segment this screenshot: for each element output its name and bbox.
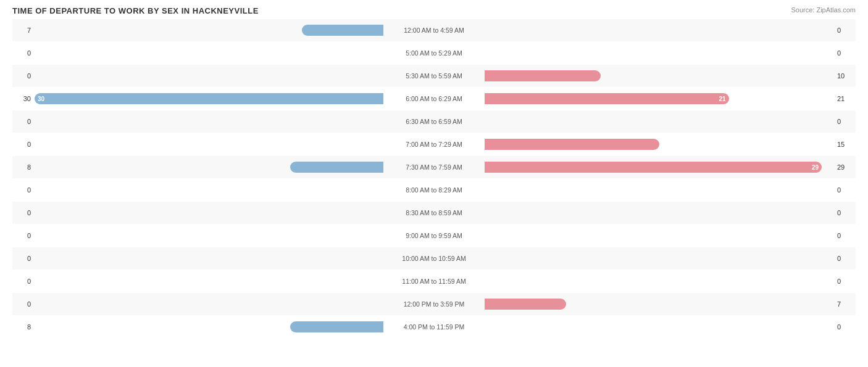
female-value: 0: [833, 323, 856, 331]
chart-row: 84:00 PM to 11:59 PM0: [12, 316, 856, 338]
chart-row: 87:30 AM to 7:59 AM2929: [12, 156, 856, 178]
female-value: 7: [833, 300, 856, 308]
male-value: 0: [12, 186, 35, 194]
chart-row: 012:00 PM to 3:59 PM7: [12, 293, 856, 315]
male-bar-label: 30: [38, 96, 44, 102]
male-bar-side: [35, 229, 385, 242]
chart-row: 09:00 AM to 9:59 AM0: [12, 225, 856, 247]
female-bar-side: [483, 183, 833, 197]
male-value: 0: [12, 49, 35, 57]
female-bar-side: [483, 138, 833, 151]
male-bar-side: [35, 160, 385, 174]
female-bar-side: [483, 297, 833, 311]
time-label: 12:00 AM to 4:59 AM: [385, 27, 483, 34]
chart-row: 05:00 AM to 5:29 AM0: [12, 42, 856, 64]
female-bar-label: 29: [812, 164, 819, 171]
source-label: Source: ZipAtlas.com: [791, 6, 856, 14]
female-bar-side: [483, 252, 833, 265]
male-value: 0: [12, 209, 35, 216]
time-label: 4:00 PM to 11:59 PM: [385, 323, 483, 331]
female-bar-side: [483, 229, 833, 242]
female-value: 10: [833, 72, 856, 80]
chart-title: TIME OF DEPARTURE TO WORK BY SEX IN HACK…: [12, 6, 856, 15]
female-value: 15: [833, 141, 856, 148]
male-bar-side: [35, 23, 385, 37]
time-label: 7:30 AM to 7:59 AM: [385, 163, 483, 171]
time-label: 6:30 AM to 6:59 AM: [385, 118, 483, 125]
male-bar-side: [35, 206, 385, 220]
male-bar-side: [35, 69, 385, 83]
female-bar-side: 29: [483, 160, 833, 174]
male-bar-side: [35, 252, 385, 265]
female-bar-side: [483, 274, 833, 288]
female-bar-side: 21: [483, 92, 833, 105]
male-bar-side: [35, 138, 385, 151]
female-bar-side: [483, 206, 833, 220]
male-value: 0: [12, 118, 35, 125]
female-value: 0: [833, 49, 856, 57]
male-value: 0: [12, 278, 35, 285]
time-label: 11:00 AM to 11:59 AM: [385, 278, 483, 285]
time-label: 6:00 AM to 6:29 AM: [385, 95, 483, 102]
chart-row: 08:00 AM to 8:29 AM0: [12, 179, 856, 201]
male-bar-side: [35, 183, 385, 197]
male-bar-side: [35, 274, 385, 288]
male-value: 8: [12, 323, 35, 331]
male-bar-side: [35, 297, 385, 311]
female-bar-side: [483, 115, 833, 128]
female-value: 0: [833, 232, 856, 239]
time-label: 8:00 AM to 8:29 AM: [385, 186, 483, 194]
chart-row: 05:30 AM to 5:59 AM10: [12, 65, 856, 87]
chart-area: 712:00 AM to 4:59 AM005:00 AM to 5:29 AM…: [12, 19, 856, 318]
chart-row: 011:00 AM to 11:59 AM0: [12, 270, 856, 292]
female-bar-side: [483, 320, 833, 334]
male-value: 30: [12, 95, 35, 102]
male-bar-side: [35, 115, 385, 128]
chart-row: 08:30 AM to 8:59 AM0: [12, 202, 856, 224]
male-bar-side: 30: [35, 92, 385, 105]
male-value: 8: [12, 163, 35, 171]
female-value: 29: [833, 163, 856, 171]
time-label: 5:00 AM to 5:29 AM: [385, 49, 483, 57]
female-value: 0: [833, 278, 856, 285]
time-label: 8:30 AM to 8:59 AM: [385, 209, 483, 216]
female-bar-label: 21: [719, 96, 725, 102]
time-label: 7:00 AM to 7:29 AM: [385, 141, 483, 148]
male-value: 0: [12, 141, 35, 148]
chart-container: TIME OF DEPARTURE TO WORK BY SEX IN HACK…: [0, 0, 868, 367]
female-value: 21: [833, 95, 856, 102]
time-label: 12:00 PM to 3:59 PM: [385, 300, 483, 308]
time-label: 10:00 AM to 10:59 AM: [385, 255, 483, 262]
female-value: 0: [833, 27, 856, 34]
male-value: 7: [12, 27, 35, 34]
chart-row: 712:00 AM to 4:59 AM0: [12, 19, 856, 41]
male-value: 0: [12, 255, 35, 262]
male-value: 0: [12, 300, 35, 308]
male-value: 0: [12, 72, 35, 80]
male-value: 0: [12, 232, 35, 239]
female-value: 0: [833, 186, 856, 194]
female-value: 0: [833, 255, 856, 262]
female-bar-side: [483, 46, 833, 60]
female-value: 0: [833, 209, 856, 216]
chart-row: 010:00 AM to 10:59 AM0: [12, 247, 856, 270]
female-bar-side: [483, 23, 833, 37]
chart-row: 06:30 AM to 6:59 AM0: [12, 110, 856, 133]
female-value: 0: [833, 118, 856, 125]
male-bar-side: [35, 320, 385, 334]
chart-row: 07:00 AM to 7:29 AM15: [12, 133, 856, 155]
female-bar-side: [483, 69, 833, 83]
male-bar-side: [35, 46, 385, 60]
time-label: 9:00 AM to 9:59 AM: [385, 232, 483, 239]
time-label: 5:30 AM to 5:59 AM: [385, 72, 483, 80]
chart-row: 30306:00 AM to 6:29 AM2121: [12, 88, 856, 110]
